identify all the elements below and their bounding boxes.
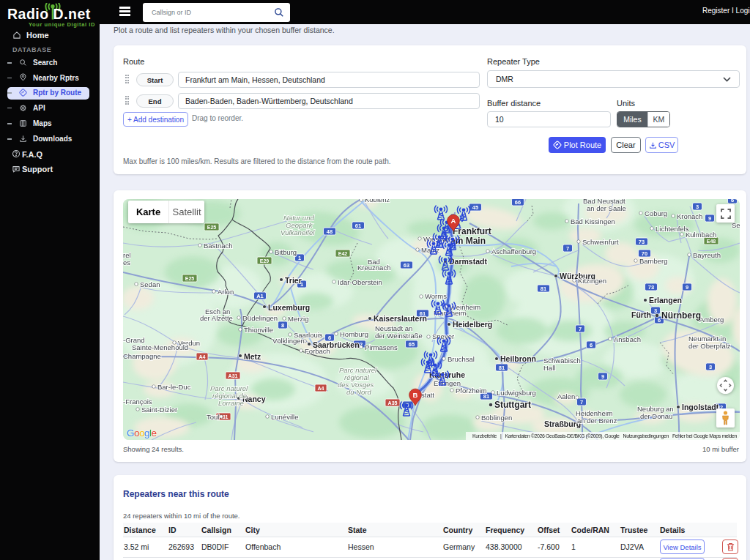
svg-text:Ludwigsburg: Ludwigsburg — [497, 389, 536, 397]
svg-text:73: 73 — [648, 284, 654, 291]
svg-text:70: 70 — [642, 250, 647, 257]
svg-text:Düdelingen: Düdelingen — [242, 314, 278, 322]
svg-text:der Weinstraße: der Weinstraße — [375, 332, 423, 340]
svg-text:3: 3 — [696, 204, 699, 210]
svg-text:7: 7 — [580, 399, 583, 406]
svg-text:Erlangen: Erlangen — [649, 296, 682, 305]
svg-text:A4: A4 — [199, 354, 206, 359]
svg-text:8: 8 — [281, 322, 284, 329]
svg-text:Koblenz: Koblenz — [365, 199, 390, 204]
svg-text:Hall: Hall — [543, 364, 555, 372]
svg-text:7: 7 — [566, 245, 569, 252]
svg-text:7: 7 — [579, 326, 582, 332]
svg-text:Heilbronn: Heilbronn — [500, 354, 536, 363]
svg-text:Saint-Dizier: Saint-Dizier — [141, 406, 177, 414]
svg-text:45: 45 — [472, 204, 478, 211]
svg-text:Darmstadt: Darmstadt — [449, 257, 487, 266]
svg-text:A: A — [451, 217, 456, 225]
svg-text:A1: A1 — [256, 293, 264, 299]
svg-text:Lunéville: Lunéville — [271, 413, 299, 421]
svg-text:Vulkaneifel: Vulkaneifel — [281, 228, 315, 236]
svg-text:statt: statt — [421, 391, 434, 399]
svg-text:Bad Kissingen: Bad Kissingen — [571, 217, 615, 225]
svg-text:A35: A35 — [388, 400, 398, 406]
svg-text:Lichtenfels: Lichtenfels — [656, 225, 689, 233]
svg-text:Stuttgart: Stuttgart — [494, 400, 531, 410]
svg-text:Toul: Toul — [207, 413, 219, 421]
svg-text:Thionville: Thionville — [244, 326, 273, 334]
svg-text:81: 81 — [541, 285, 546, 292]
svg-text:6: 6 — [590, 342, 593, 348]
svg-text:61: 61 — [355, 223, 361, 229]
svg-text:Trier: Trier — [285, 276, 302, 285]
svg-text:9: 9 — [601, 373, 604, 380]
svg-text:Bitburg: Bitburg — [275, 248, 297, 256]
svg-text:Ansbach: Ansbach — [614, 335, 641, 343]
svg-text:Ingolstadt: Ingolstadt — [682, 403, 719, 411]
svg-text:Kreuznach: Kreuznach — [357, 264, 390, 272]
svg-text:Luxemburg: Luxemburg — [268, 303, 310, 312]
svg-text:Speyer: Speyer — [432, 332, 454, 340]
svg-text:Kaiserslautern: Kaiserslautern — [374, 314, 427, 323]
svg-text:Frankfurt: Frankfurt — [453, 226, 491, 236]
svg-text:Kronach: Kronach — [677, 212, 702, 220]
svg-text:E29: E29 — [260, 258, 270, 264]
svg-text:Schweinfurt: Schweinfurt — [582, 238, 619, 246]
svg-text:Böblingen: Böblingen — [481, 414, 512, 422]
svg-text:es: es — [123, 258, 130, 266]
svg-text:Bayreuth: Bayreuth — [693, 251, 721, 259]
svg-text:Champagne: Champagne — [123, 352, 161, 360]
svg-text:E25: E25 — [185, 276, 195, 281]
svg-text:6: 6 — [658, 317, 661, 324]
svg-text:B: B — [413, 391, 418, 399]
svg-text:Lorraine: Lorraine — [218, 399, 244, 407]
svg-text:Saarbrücken: Saarbrücken — [313, 340, 360, 349]
svg-text:48: 48 — [327, 228, 333, 235]
svg-text:Worms: Worms — [425, 292, 447, 300]
svg-text:63: 63 — [404, 262, 409, 269]
svg-text:Amberg: Amberg — [699, 316, 724, 324]
svg-text:1: 1 — [298, 255, 301, 261]
svg-text:Straßburg: Straßburg — [544, 419, 581, 428]
svg-text:Bruchsal: Bruchsal — [448, 355, 475, 363]
svg-text:E48: E48 — [707, 239, 716, 244]
svg-text:Aschaffenburg: Aschaffenburg — [491, 247, 536, 255]
svg-text:Sainte-Menehould: Sainte-Menehould — [132, 343, 188, 351]
svg-text:rel: rel — [123, 251, 131, 259]
svg-text:6: 6 — [731, 199, 734, 204]
svg-text:Arlon: Arlon — [218, 288, 234, 296]
svg-text:81: 81 — [499, 365, 505, 371]
svg-text:E42: E42 — [338, 251, 348, 256]
svg-text:9: 9 — [708, 215, 711, 222]
svg-text:Pirmasens: Pirmasens — [365, 343, 398, 351]
svg-text:9: 9 — [686, 284, 688, 291]
svg-text:-François: -François — [123, 397, 152, 406]
svg-text:der Donau: der Donau — [640, 412, 672, 420]
svg-text:-Grand: -Grand — [123, 336, 145, 344]
svg-text:du Nord: du Nord — [346, 388, 372, 396]
svg-text:Idar-Oberstein: Idar-Oberstein — [338, 278, 382, 286]
svg-text:Pforzheim: Pforzheim — [456, 387, 487, 395]
svg-text:Metz: Metz — [244, 352, 261, 361]
svg-text:3: 3 — [709, 364, 712, 370]
svg-text:Merzig: Merzig — [288, 315, 309, 323]
svg-text:Nürnberg: Nürnberg — [661, 310, 701, 321]
svg-text:A31: A31 — [229, 373, 238, 378]
svg-text:Bar-le-Duc: Bar-le-Duc — [157, 383, 191, 391]
svg-text:der Alzette: der Alzette — [200, 314, 233, 322]
svg-text:Völklingen: Völklingen — [272, 337, 305, 345]
svg-text:an der Brenz: an der Brenz — [577, 417, 617, 425]
svg-text:66: 66 — [515, 199, 521, 206]
svg-text:Homburg: Homburg — [340, 330, 368, 338]
svg-text:Bastnach: Bastnach — [204, 242, 233, 250]
svg-text:3: 3 — [654, 307, 657, 314]
svg-text:der Oberpfalz: der Oberpfalz — [688, 342, 731, 350]
svg-text:Fürth: Fürth — [631, 310, 651, 319]
svg-text:E25: E25 — [207, 225, 217, 230]
svg-text:Sedan: Sedan — [140, 280, 160, 288]
svg-text:A4: A4 — [318, 386, 324, 391]
svg-text:Kulmbach: Kulmbach — [686, 231, 716, 239]
svg-text:Kitzingen: Kitzingen — [578, 277, 606, 285]
svg-text:an der Saale: an der Saale — [587, 204, 626, 212]
svg-text:65: 65 — [409, 341, 415, 348]
